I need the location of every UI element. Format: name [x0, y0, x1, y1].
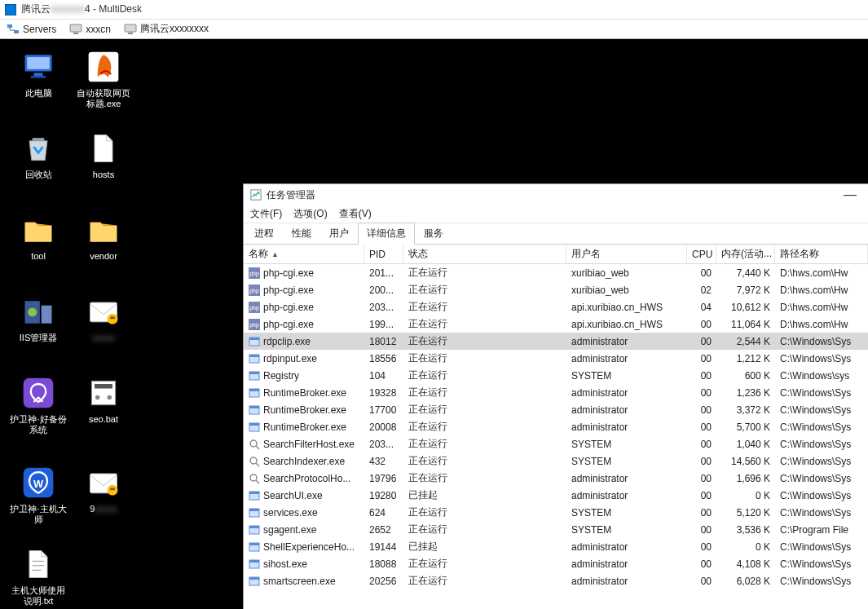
process-name: SearchIndexer.exe [263, 456, 345, 467]
tab-2[interactable]: 用户 [320, 223, 358, 244]
remote-desktop[interactable]: 此电脑自动获取网页标题.exe回收站hoststoolvendorIIS管理器x… [0, 39, 868, 609]
menu-view[interactable]: 查看(V) [339, 207, 372, 221]
col-path[interactable]: 路径名称 [775, 245, 868, 263]
process-user: api.xuribiao.cn_HWS [566, 302, 687, 313]
process-name: SearchFilterHost.exe [263, 439, 355, 450]
process-status: 正在运行 [403, 420, 566, 434]
toolbar-conn2[interactable]: 腾讯云xxxxxxxx [121, 20, 212, 38]
process-status: 正在运行 [403, 334, 566, 348]
taskmgr-process-list[interactable]: phpphp-cgi.exe201...正在运行xuribiao_web007,… [244, 264, 868, 609]
process-row[interactable]: rdpinput.exe18556正在运行administrator001,21… [244, 350, 868, 367]
process-row[interactable]: Registry104正在运行SYSTEM00600 KC:\Windows\s… [244, 367, 868, 384]
process-row[interactable]: phpphp-cgi.exe200...正在运行xuribiao_web027,… [244, 281, 868, 298]
process-pid: 19328 [364, 387, 403, 399]
desktop-icon-hws-host[interactable]: W护卫神·主机大师 [7, 465, 70, 525]
process-row[interactable]: SearchProtocolHo...19796正在运行administrato… [244, 470, 868, 487]
tab-1[interactable]: 性能 [283, 223, 320, 244]
toolbar-servers-label: Servers [23, 24, 56, 35]
process-row[interactable]: SearchUI.exe19280已挂起administrator000 KC:… [244, 487, 868, 504]
tab-0[interactable]: 进程 [245, 223, 283, 244]
process-cpu: 00 [687, 507, 716, 519]
process-cpu: 00 [687, 576, 716, 587]
svg-rect-51 [249, 423, 259, 426]
svg-rect-63 [249, 526, 259, 528]
process-user: SYSTEM [566, 507, 687, 519]
col-pid[interactable]: PID [364, 245, 403, 263]
process-row[interactable]: sihost.exe18088正在运行administrator004,108 … [244, 555, 868, 572]
taskmgr-menu: 文件(F) 选项(O) 查看(V) [244, 205, 868, 223]
col-mem[interactable]: 内存(活动... [716, 245, 775, 263]
process-path: C:\Windows\Sys [775, 576, 868, 587]
process-status: 正在运行 [403, 317, 566, 331]
process-row[interactable]: RuntimeBroker.exe19328正在运行administrator0… [244, 384, 868, 401]
process-user: SYSTEM [566, 456, 687, 467]
svg-rect-47 [249, 389, 259, 391]
svg-point-56 [250, 474, 257, 481]
toolbar-conn1[interactable]: xxxcn [66, 21, 114, 38]
col-cpu[interactable]: CPU [687, 245, 716, 263]
desktop-icon-label: 护卫神·主机大师 [7, 504, 70, 525]
desktop-icon-iis[interactable]: IIS管理器 [7, 293, 70, 343]
toolbar-servers[interactable]: Servers [3, 21, 59, 38]
process-cpu: 00 [687, 541, 716, 553]
server-tree-icon [7, 23, 20, 36]
process-cpu: 00 [687, 490, 716, 501]
process-pid: 104 [364, 370, 403, 382]
desktop-icon-mail1[interactable]: xxxxx [72, 293, 135, 343]
process-row[interactable]: ShellExperienceHo...19144已挂起administrato… [244, 538, 868, 555]
process-row[interactable]: SearchFilterHost.exe203...正在运行SYSTEM001,… [244, 435, 868, 452]
process-user: administrator [566, 387, 687, 399]
multidesk-toolbar: Servers xxxcn 腾讯云xxxxxxxx [0, 20, 868, 39]
process-name: services.exe [263, 507, 318, 519]
process-row[interactable]: RuntimeBroker.exe17700正在运行administrator0… [244, 401, 868, 418]
desktop-icon-label: xxxxx [72, 333, 135, 343]
desktop-icon-mail2[interactable]: 9xxxxx [72, 465, 135, 514]
svg-point-21 [95, 395, 100, 400]
process-row[interactable]: phpphp-cgi.exe199...正在运行api.xuribiao.cn_… [244, 316, 868, 333]
process-name: RuntimeBroker.exe [263, 404, 346, 416]
taskmgr-minimize-button[interactable]: — [839, 188, 861, 202]
process-icon [249, 387, 260, 399]
process-icon: php [249, 285, 260, 296]
desktop-icon-recycle[interactable]: 回收站 [7, 130, 70, 180]
menu-file[interactable]: 文件(F) [250, 207, 282, 221]
process-pid: 19280 [364, 490, 403, 501]
process-user: administrator [566, 473, 687, 484]
process-row[interactable]: services.exe624正在运行SYSTEM005,120 KC:\Win… [244, 504, 868, 521]
process-name: SearchProtocolHo... [263, 473, 350, 484]
svg-rect-17 [110, 316, 115, 319]
process-pid: 203... [364, 302, 403, 313]
process-row[interactable]: phpphp-cgi.exe203...正在运行api.xuribiao.cn_… [244, 298, 868, 316]
process-status: 已挂起 [403, 488, 566, 502]
desktop-icon-hosts[interactable]: hosts [72, 130, 135, 180]
process-row[interactable]: smartscreen.exe20256正在运行administrator006… [244, 572, 868, 589]
process-row[interactable]: phpphp-cgi.exe201...正在运行xuribiao_web007,… [244, 264, 868, 281]
svg-rect-2 [70, 24, 82, 32]
desktop-icon-readme[interactable]: 主机大师使用说明.txt [7, 546, 70, 607]
process-status: 正在运行 [403, 403, 566, 417]
col-status[interactable]: 状态 [403, 245, 566, 263]
process-icon [249, 404, 260, 416]
process-row[interactable]: RuntimeBroker.exe20008正在运行administrator0… [244, 418, 868, 435]
col-user[interactable]: 用户名 [566, 245, 687, 263]
process-path: C:\Windows\Sys [775, 507, 868, 519]
svg-rect-11 [33, 138, 45, 141]
bat-icon [86, 375, 121, 411]
process-row[interactable]: sgagent.exe2652正在运行SYSTEM003,536 KC:\Pro… [244, 521, 868, 538]
desktop-icon-this-pc[interactable]: 此电脑 [7, 49, 70, 99]
tab-4[interactable]: 服务 [415, 223, 452, 244]
process-row[interactable]: SearchIndexer.exe432正在运行SYSTEM0014,560 K… [244, 452, 868, 470]
svg-rect-59 [249, 492, 259, 494]
desktop-icon-tool[interactable]: tool [7, 212, 70, 262]
col-name[interactable]: 名称▲ [244, 245, 364, 263]
desktop-icon-vendor[interactable]: vendor [72, 212, 135, 262]
desktop-icon-hws-backup[interactable]: 护卫神·好备份系统 [7, 375, 70, 435]
desktop-icon-seo[interactable]: seo.bat [72, 375, 135, 425]
tab-3[interactable]: 详细信息 [358, 223, 415, 245]
process-status: 正在运行 [403, 471, 566, 485]
menu-options[interactable]: 选项(O) [293, 207, 327, 221]
process-row[interactable]: rdpclip.exe18012正在运行administrator002,544… [244, 333, 868, 350]
taskmgr-titlebar[interactable]: 任务管理器 — [244, 184, 868, 205]
desktop-icon-auto-title[interactable]: 自动获取网页标题.exe [72, 49, 135, 109]
task-manager-window[interactable]: 任务管理器 — 文件(F) 选项(O) 查看(V) 进程性能用户详细信息服务 名… [243, 183, 868, 609]
